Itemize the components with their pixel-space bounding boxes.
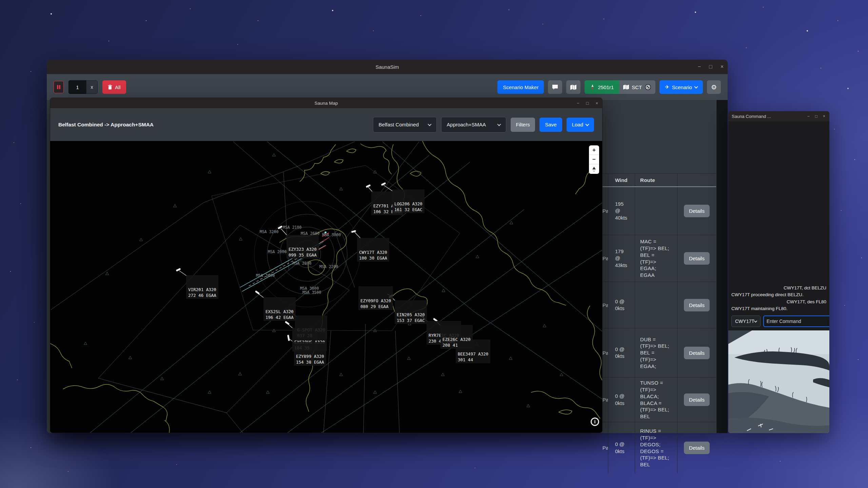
scenario-dropdown-button[interactable]: ✈ Scenario [659,80,703,94]
route-cell [635,187,677,235]
sauna-command-window: Sauna Command ... − □ × CWY17T, dct BELZ… [728,111,829,433]
plane-icon: ✈ [665,84,669,90]
wind-cell: 179 @ 43kts [615,248,629,269]
radio-message: CWY17T, des FL80 [731,299,826,305]
close-icon[interactable]: × [823,114,825,118]
pause-icon [57,85,61,89]
version-button[interactable]: 2501r1 [585,80,619,94]
aircraft-label[interactable]: LOG206 A320161 32 EGAC [392,189,425,213]
command-input[interactable] [763,316,829,327]
filters-button[interactable]: Filters [511,118,535,132]
route-cell: TUNSO = (TF)=> BLACA; BLACA = (TF)=> BEL… [635,378,677,422]
minimize-icon[interactable]: − [698,64,701,69]
route-cell: RINUS = (TF)=> DEGOS; DEGOS = (TF)=> BEL… [635,422,677,473]
settings-button[interactable]: ⚙ [707,80,721,94]
minimize-icon[interactable]: − [577,101,579,105]
gear-icon: ⚙ [711,83,717,91]
map-zoom-control: + − [589,145,599,174]
wind-cell: 0 @ 0kts [615,346,629,360]
load-button[interactable]: Load [567,118,594,132]
aircraft-label[interactable]: VIR201 A320272 46 EGAA [186,275,218,299]
command-log[interactable]: CWY17T, dct BELZU CWY17T proceeding dire… [728,121,829,313]
sct-label: SCT [632,84,642,90]
aircraft-label[interactable]: EXS2SL A320196 42 EGAA [263,297,296,321]
scenario-label: Scenario [672,84,692,90]
desktop: SaunaSim − □ × x [0,0,868,488]
details-button[interactable]: Details [684,442,710,454]
wind-cell: 0 @ 0kts [615,298,629,312]
route-cell: MAC = (TF)=> BEL; BEL = (TF)=> EGAA; EGA… [635,235,677,282]
aircraft-label[interactable]: EZE26C A320208 41 [440,325,473,349]
maximize-icon[interactable]: □ [815,114,817,118]
maximize-icon[interactable]: □ [709,64,712,69]
pause-button[interactable] [54,81,64,93]
route-cell [635,282,677,328]
maximize-icon[interactable]: □ [586,101,589,105]
details-button[interactable]: Details [684,299,710,311]
window-title: Sauna Map [314,101,338,106]
pressure-fragment: Pa [603,350,608,356]
scenario-maker-button[interactable]: Scenario Maker [497,80,544,94]
window-title: Sauna Command ... [732,114,771,119]
details-button[interactable]: Details [684,252,710,265]
zoom-in-button[interactable]: + [589,145,599,155]
pressure-fragment: Pa [603,302,608,308]
wind-cell: 0 @ 0kts [615,393,629,407]
delete-all-label: All [115,84,121,90]
command-input-row: CWY17T [728,313,829,330]
facility-select[interactable]: Belfast Combined [373,117,437,133]
logo-compass-icon [590,84,595,90]
aircraft-label[interactable]: EZY899 A320154 38 EGAA [294,342,326,366]
command-titlebar[interactable]: Sauna Command ... − □ × [728,111,829,121]
details-button[interactable]: Details [684,393,710,406]
pressure-fragment: Pa [603,445,608,451]
close-icon[interactable]: × [721,64,724,69]
save-button[interactable]: Save [539,118,562,132]
callsign-select[interactable]: CWY17T [731,316,761,327]
session-number-input[interactable] [68,80,86,94]
map-icon [623,85,629,89]
chat-icon [552,84,558,90]
map-button[interactable] [566,80,580,94]
pitch-reset-button[interactable] [589,164,599,174]
route-cell: DUB = (TF)=> BEL; BEL = (TF)=> EGAA; [635,328,677,377]
column-header-wind[interactable]: Wind [608,174,635,186]
session-close-button[interactable]: x [86,80,98,94]
aircraft-label[interactable]: EIN205 A320153 37 EGAC [395,300,427,324]
map-linework [50,141,602,433]
sct-button[interactable]: SCT [619,80,655,94]
wind-cell: 195 @ 40kts [615,201,629,221]
msa-label: MSA 2100 [283,225,301,230]
close-icon[interactable]: × [595,101,598,105]
trash-icon [108,85,112,90]
details-button[interactable]: Details [684,347,710,359]
aircraft-label[interactable]: EZY323 A320099 35 EGAA [287,235,319,259]
active-position-label: Belfast Combined -> Approach+SMAA [58,122,154,128]
radar-map[interactable]: MSA 3200 MSA 2100 MSA 2600 MSA 3000 MSA … [50,141,602,433]
msa-label: MSA 2000 [268,249,287,254]
position-select[interactable]: Approach+SMAA [441,117,506,133]
msa-label: MSA 2800 [293,261,311,266]
radio-message: CWY17T proceeding direct BELZU. [731,291,826,298]
msa-label: MSA 3400 [256,273,275,278]
details-button[interactable]: Details [684,205,710,217]
chevron-down-icon [428,122,431,126]
pressure-fragment: Pa [603,397,608,403]
saunasim-titlebar[interactable]: SaunaSim − □ × [47,60,728,74]
sector-file-group: 2501r1 SCT [585,80,655,94]
chat-button[interactable] [548,80,562,94]
aircraft-label[interactable]: EZY09FO A320080 29 EGAA [358,286,393,310]
wind-cell: 0 @ 0kts [615,441,629,455]
version-label: 2501r1 [598,84,614,90]
column-header-route[interactable]: Route [635,174,677,186]
minimize-icon[interactable]: − [807,114,810,118]
zoom-out-button[interactable]: − [589,155,599,164]
map-toolbar: Belfast Combined -> Approach+SMAA Belfas… [50,108,602,141]
content-edge [716,100,728,433]
map-titlebar[interactable]: Sauna Map − □ × [50,98,602,108]
attribution-button[interactable]: i [591,418,599,426]
aircraft-label[interactable]: CWY17T A320100 30 EGAA [357,238,389,262]
chevron-down-icon [497,122,501,126]
radio-message: CWY17T maintaining FL80. [731,305,826,312]
delete-all-button[interactable]: All [102,80,126,94]
